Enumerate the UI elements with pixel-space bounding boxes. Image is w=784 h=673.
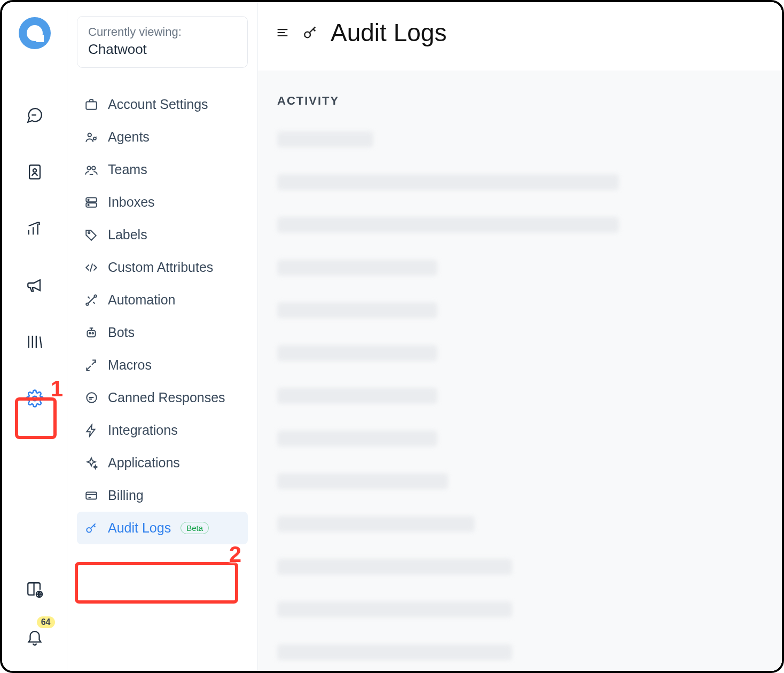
main-content: Audit Logs ACTIVITY <box>258 2 782 671</box>
nav-item-agents[interactable]: Agents <box>77 121 248 153</box>
activity-panel: ACTIVITY <box>258 71 782 673</box>
svg-rect-17 <box>87 330 95 336</box>
nav-item-label: Macros <box>108 357 152 373</box>
nav-item-teams[interactable]: Teams <box>77 153 248 186</box>
svg-point-7 <box>93 137 96 139</box>
nav-item-label: Teams <box>108 162 147 177</box>
svg-point-13 <box>88 204 89 205</box>
nav-item-integrations[interactable]: Integrations <box>77 414 248 447</box>
gear-icon <box>26 389 44 408</box>
library-icon <box>26 333 44 351</box>
account-switcher-label: Currently viewing: <box>88 25 237 39</box>
activity-row <box>277 644 512 660</box>
nav-item-macros[interactable]: Macros <box>77 349 248 381</box>
megaphone-icon <box>26 276 44 294</box>
activity-row <box>277 302 437 318</box>
bot-icon <box>84 326 98 340</box>
svg-rect-5 <box>86 101 97 109</box>
notification-count-badge: 64 <box>37 616 55 628</box>
activity-row <box>277 260 437 276</box>
book-globe-icon <box>26 581 44 599</box>
svg-point-8 <box>87 166 91 170</box>
svg-point-21 <box>87 527 91 532</box>
svg-point-19 <box>92 332 93 334</box>
activity-row <box>277 473 448 489</box>
card-icon <box>84 489 98 503</box>
nav-library[interactable] <box>22 329 48 355</box>
beta-badge: Beta <box>181 522 209 534</box>
nav-contacts[interactable] <box>22 159 48 185</box>
nav-item-billing[interactable]: Billing <box>77 479 248 512</box>
activity-list <box>277 131 763 660</box>
svg-point-18 <box>89 332 91 334</box>
nav-item-label: Bots <box>108 325 135 340</box>
nav-item-label: Inboxes <box>108 194 155 210</box>
svg-rect-20 <box>86 492 97 499</box>
nav-item-label: Automation <box>108 292 175 308</box>
svg-point-2 <box>33 169 36 172</box>
agents-icon <box>84 130 98 144</box>
sparkle-icon <box>84 456 98 470</box>
activity-row <box>277 431 437 447</box>
nav-item-bots[interactable]: Bots <box>77 316 248 349</box>
nav-item-automation[interactable]: Automation <box>77 284 248 316</box>
app-logo[interactable] <box>19 17 51 49</box>
account-switcher-name: Chatwoot <box>88 41 237 58</box>
nav-item-label: Agents <box>108 129 150 145</box>
activity-row <box>277 516 475 532</box>
svg-point-15 <box>86 303 88 305</box>
nav-reports[interactable] <box>22 216 48 241</box>
menu-icon[interactable] <box>275 25 290 40</box>
nav-item-label: Integrations <box>108 422 178 438</box>
nav-item-audit-logs[interactable]: Audit Logs Beta <box>77 512 248 544</box>
teams-icon <box>84 163 98 177</box>
canned-icon <box>84 391 98 405</box>
nav-item-inboxes[interactable]: Inboxes <box>77 186 248 218</box>
bell-icon <box>26 628 44 646</box>
flash-icon <box>84 424 98 437</box>
nav-settings[interactable] <box>22 386 48 411</box>
nav-item-custom-attributes[interactable]: Custom Attributes <box>77 251 248 284</box>
key-icon <box>302 24 319 41</box>
svg-point-25 <box>304 32 310 38</box>
nav-item-label: Audit Logs <box>108 520 171 536</box>
nav-item-label: Billing <box>108 488 144 503</box>
macros-icon <box>84 358 98 372</box>
page-header: Audit Logs <box>258 2 782 71</box>
nav-notifications[interactable]: 64 <box>22 624 48 649</box>
account-switcher[interactable]: Currently viewing: Chatwoot <box>77 16 248 68</box>
nav-campaigns[interactable] <box>22 272 48 298</box>
nav-docs[interactable] <box>22 577 48 602</box>
nav-conversations[interactable] <box>22 103 48 128</box>
contact-book-icon <box>26 163 44 181</box>
settings-sidebar: Currently viewing: Chatwoot Account Sett… <box>67 2 258 671</box>
activity-row <box>277 388 437 404</box>
activity-row <box>277 131 373 147</box>
nav-item-label: Applications <box>108 455 180 471</box>
nav-item-label: Labels <box>108 227 147 242</box>
activity-heading: ACTIVITY <box>277 94 763 108</box>
nav-item-account-settings[interactable]: Account Settings <box>77 88 248 121</box>
svg-point-12 <box>88 199 89 200</box>
svg-point-16 <box>94 295 96 297</box>
svg-point-14 <box>88 232 90 233</box>
primary-nav-rail: 64 <box>2 2 67 671</box>
reports-icon <box>26 220 44 238</box>
nav-item-label: Account Settings <box>108 97 208 112</box>
automation-icon <box>84 293 98 307</box>
nav-item-label: Custom Attributes <box>108 260 213 275</box>
nav-item-label: Canned Responses <box>108 390 225 405</box>
nav-item-canned-responses[interactable]: Canned Responses <box>77 381 248 414</box>
code-icon <box>84 261 98 275</box>
nav-item-applications[interactable]: Applications <box>77 447 248 479</box>
nav-item-labels[interactable]: Labels <box>77 218 248 251</box>
chat-icon <box>26 106 44 124</box>
activity-row <box>277 174 619 190</box>
settings-nav: Account Settings Agents Teams Inboxes La… <box>77 88 248 544</box>
briefcase-icon <box>84 98 98 112</box>
svg-point-3 <box>32 396 37 401</box>
activity-row <box>277 345 437 361</box>
activity-row <box>277 217 619 233</box>
inboxes-icon <box>84 195 98 209</box>
svg-point-6 <box>88 133 92 137</box>
